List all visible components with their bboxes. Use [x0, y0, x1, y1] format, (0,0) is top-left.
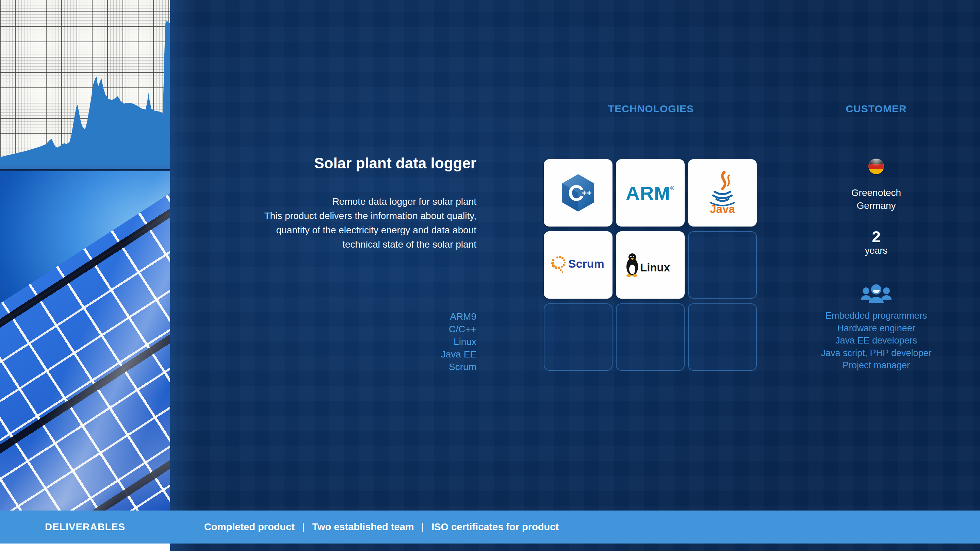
tech-stack-item: Linux — [177, 335, 476, 348]
germany-flag-icon — [869, 159, 884, 174]
empty-tile — [616, 303, 685, 371]
tile-cpp: C ++ — [544, 159, 612, 227]
project-duration: 2 years — [815, 229, 937, 256]
empty-tile — [688, 303, 757, 371]
customer-name: Greenotech Germany — [815, 186, 937, 212]
linux-logo-icon: Linux — [623, 252, 678, 278]
deliverable-item: ISO certificates for product — [431, 521, 559, 533]
light-flare-overlay — [0, 171, 170, 511]
tile-arm: ARM® — [616, 159, 685, 227]
tech-stack-item: C/C++ — [177, 323, 476, 335]
tech-stack-item: ARM9 — [177, 310, 476, 323]
deliverables-bar: DELIVERABLES Completed product | Two est… — [0, 511, 980, 543]
technologies-header: TECHNOLOGIES — [544, 103, 758, 114]
cpp-logo-icon: C ++ — [560, 173, 596, 213]
team-role: Java script, PHP developer — [798, 347, 955, 359]
flag-gloss — [870, 159, 883, 166]
separator: | — [302, 521, 305, 533]
deliverable-item: Completed product — [204, 521, 295, 533]
tech-stack-item: Java EE — [177, 348, 476, 360]
deliverables-items: Completed product | Two established team… — [204, 511, 559, 543]
description-line: Remote data logger for solar plant — [177, 195, 476, 209]
customer-company: Greenotech — [815, 186, 937, 199]
bottom-left-strip — [0, 543, 170, 551]
team-role: Embedded programmers — [798, 310, 955, 322]
photo-edge-glow — [170, 0, 191, 551]
team-role: Java EE developers — [798, 334, 955, 347]
java-logo-icon: Java — [705, 171, 740, 215]
chart-photo-divider — [0, 165, 170, 170]
svg-text:Scrum: Scrum — [568, 257, 605, 270]
portfolio-slide: Solar plant data logger Remote data logg… — [0, 0, 980, 551]
separator: | — [422, 521, 424, 533]
team-roles-list: Embedded programmers Hardware engineer J… — [798, 310, 955, 372]
deliverables-label: DELIVERABLES — [0, 511, 170, 543]
growth-chart — [0, 0, 170, 165]
scrum-logo-icon: Scrum — [549, 254, 607, 276]
deliverable-item: Two established team — [312, 521, 414, 533]
project-description: Remote data logger for solar plant This … — [177, 195, 476, 252]
tile-java: Java — [688, 159, 757, 227]
svg-text:Linux: Linux — [640, 261, 670, 274]
tile-scrum: Scrum — [544, 231, 612, 299]
description-line: This product delivers the information ab… — [177, 209, 476, 223]
empty-tile — [544, 303, 612, 371]
duration-value: 2 — [815, 229, 937, 245]
empty-tile — [688, 231, 757, 299]
tech-stack-list: ARM9 C/C++ Linux Java EE Scrum — [177, 310, 476, 373]
duration-unit: years — [815, 245, 937, 256]
team-role: Hardware engineer — [798, 322, 955, 335]
page-title: Solar plant data logger — [177, 155, 476, 172]
team-icon — [860, 283, 892, 306]
description-line: technical state of the solar plant — [177, 237, 476, 252]
customer-country: Germany — [815, 199, 937, 212]
svg-text:Java: Java — [710, 203, 735, 215]
svg-text:++: ++ — [582, 188, 592, 198]
growth-chart-area — [0, 0, 170, 165]
description-line: quantity of the electricity energy and d… — [177, 223, 476, 237]
tech-stack-item: Scrum — [177, 360, 476, 373]
customer-header: CUSTOMER — [815, 103, 937, 114]
tile-linux: Linux — [616, 231, 685, 299]
solar-panels-photo — [0, 171, 170, 511]
arm-logo-icon: ARM® — [626, 182, 675, 204]
growth-chart-polygon — [0, 21, 170, 165]
team-role: Project manager — [798, 359, 955, 372]
